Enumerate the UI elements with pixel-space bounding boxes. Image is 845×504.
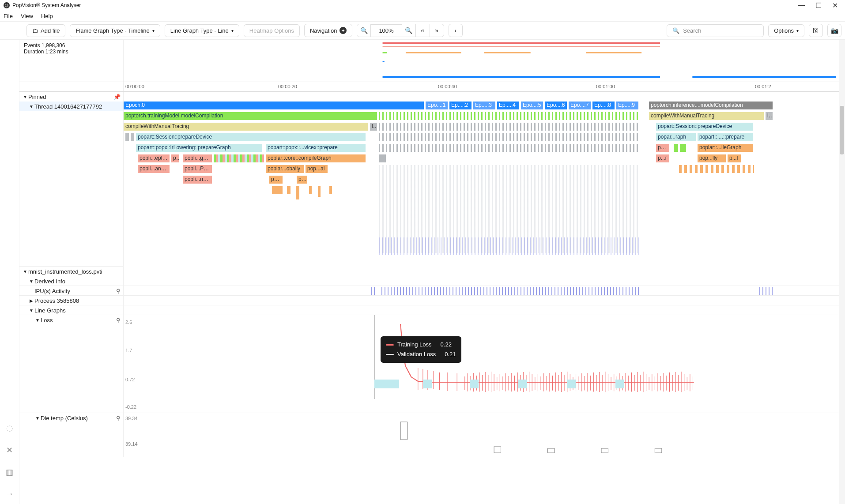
pin-outline-icon[interactable]: ⚲ bbox=[116, 288, 121, 294]
navigation-button[interactable]: Navigation ✦ bbox=[304, 24, 352, 37]
loss-graph[interactable]: 2.6 1.7 0.72 -0.22 bbox=[124, 315, 845, 399]
flame-span-epoch[interactable]: Ep....:2 bbox=[449, 102, 472, 109]
zoom-group: 🔍 100% 🔍 « » bbox=[357, 24, 444, 37]
chevron-down-icon: ▾ bbox=[152, 28, 155, 33]
tree-thread[interactable]: ▼ Thread 140016427177792 bbox=[19, 102, 123, 111]
flame-span[interactable]: p...l bbox=[728, 154, 741, 162]
flame-span[interactable]: l... bbox=[370, 123, 377, 131]
flame-span[interactable]: pop...lly bbox=[698, 154, 726, 162]
menu-view[interactable]: View bbox=[21, 13, 33, 19]
flame-span[interactable]: popli...nner bbox=[183, 176, 212, 184]
flame-span[interactable]: popart::popx::IrLowering::prepareGraph bbox=[136, 144, 262, 152]
options-dropdown[interactable]: Options ▾ bbox=[768, 24, 804, 37]
tree-pinned[interactable]: ▼ Pinned 📌 bbox=[19, 92, 123, 102]
tooltip-train-val: 0.22 bbox=[441, 340, 452, 350]
flame-span[interactable]: p...e bbox=[269, 176, 283, 184]
flame-span[interactable]: popart::....::prepare bbox=[698, 133, 753, 141]
nav-back-icon[interactable]: ‹ bbox=[449, 24, 463, 37]
flame-span-epoch[interactable]: Epo...:6 bbox=[545, 102, 567, 109]
tree-process[interactable]: ▶ Process 3585808 bbox=[19, 296, 123, 305]
ruler-tick: 00:00:20 bbox=[278, 84, 297, 89]
svg-rect-0 bbox=[383, 42, 660, 44]
flame-span[interactable]: p...r bbox=[656, 154, 669, 162]
flame-span[interactable]: popli...ghts bbox=[183, 154, 212, 162]
flame-span[interactable]: poptorch.trainingModel.modelCompilation bbox=[124, 112, 377, 120]
flame-span-epoch[interactable]: Epo...:5 bbox=[521, 102, 543, 109]
events-value: 1,998,306 bbox=[41, 42, 65, 49]
key-icon[interactable]: ⚿ bbox=[809, 24, 823, 37]
nav-prev-double-icon[interactable]: « bbox=[416, 24, 430, 37]
pin-outline-icon[interactable]: ⚲ bbox=[116, 415, 121, 421]
flame-span[interactable]: popli...eplan bbox=[138, 154, 170, 162]
flame-graph[interactable]: Epoch:0 Epo...:1 Ep....:2 Ep....:3 Ep...… bbox=[124, 92, 845, 267]
flame-span[interactable]: pop...al bbox=[306, 165, 328, 173]
vertical-scrollbar[interactable] bbox=[839, 40, 845, 504]
caret-down-icon: ▼ bbox=[28, 279, 34, 284]
flame-span-epoch[interactable]: Epo...:1 bbox=[426, 102, 448, 109]
svg-rect-7 bbox=[383, 76, 660, 78]
flame-span[interactable]: poplar::...ileGraph bbox=[698, 144, 753, 152]
die-temp-graph[interactable]: 39.34 39.14 bbox=[124, 413, 845, 457]
svg-rect-3 bbox=[406, 52, 461, 53]
tree-ipu-activity[interactable]: IPU(s) Activity ⚲ bbox=[19, 286, 123, 296]
flame-span[interactable]: popart::Session::prepareDevice bbox=[136, 133, 366, 141]
flame-span[interactable]: compileWithManualTracing bbox=[124, 123, 368, 131]
flame-span[interactable]: popar...raph bbox=[656, 133, 696, 141]
ipu-activity-track[interactable] bbox=[124, 286, 845, 295]
flame-span[interactable]: popli...anner bbox=[138, 165, 170, 173]
maximize-icon[interactable]: ☐ bbox=[815, 1, 822, 10]
zoom-percent[interactable]: 100% bbox=[371, 24, 401, 37]
close-icon[interactable]: ✕ bbox=[832, 1, 838, 10]
flame-span[interactable]: popli...Plan bbox=[183, 165, 212, 173]
menu-file[interactable]: File bbox=[4, 13, 13, 19]
flame-span-inference[interactable]: poptorch.inference....modelCompilation bbox=[649, 102, 773, 109]
tooltip-train-label: Training Loss bbox=[397, 340, 432, 350]
flame-span[interactable]: compileWithManualTracing bbox=[649, 112, 764, 120]
pin-outline-icon[interactable]: ⚲ bbox=[116, 317, 121, 323]
tree-loss[interactable]: ▼ Loss ⚲ bbox=[19, 315, 123, 325]
tree-die-temp[interactable]: ▼ Die temp (Celsius) ⚲ bbox=[19, 413, 123, 423]
tree-file[interactable]: ▼ mnist_instrumented_loss.pvti bbox=[19, 267, 123, 276]
scrollbar-thumb[interactable] bbox=[840, 106, 844, 154]
app-logo-icon: ◎ bbox=[4, 2, 10, 8]
forward-icon[interactable]: → bbox=[6, 489, 14, 499]
window-title: PopVision® System Analyser bbox=[12, 2, 81, 8]
camera-icon[interactable]: 📷 bbox=[827, 24, 841, 37]
menu-help[interactable]: Help bbox=[41, 13, 53, 19]
svg-rect-2 bbox=[383, 52, 387, 53]
close-panel-icon[interactable]: ✕ bbox=[6, 445, 13, 455]
flame-span[interactable]: popart::Session::prepareDevice bbox=[656, 123, 753, 131]
flame-span[interactable]: p... bbox=[297, 176, 307, 184]
minimize-icon[interactable]: — bbox=[798, 1, 805, 10]
flame-span-epoch[interactable]: Epo...:7 bbox=[569, 102, 591, 109]
flame-span[interactable]: p...n bbox=[656, 144, 669, 152]
flame-span-epoch[interactable]: Ep....:3 bbox=[473, 102, 495, 109]
flame-span-epoch[interactable]: Ep....:4 bbox=[497, 102, 519, 109]
flame-span[interactable]: p... bbox=[171, 154, 179, 162]
zoom-in-search-icon[interactable]: 🔍 bbox=[357, 24, 371, 37]
flame-span[interactable]: l... bbox=[766, 112, 773, 120]
flame-span-epoch[interactable]: Ep....:8 bbox=[592, 102, 615, 109]
pin-icon[interactable]: 📌 bbox=[113, 94, 121, 100]
line-type-dropdown[interactable]: Line Graph Type - Line ▾ bbox=[165, 24, 239, 37]
layout-icon[interactable]: ▥ bbox=[6, 467, 13, 477]
tree-line-graphs[interactable]: ▼ Line Graphs bbox=[19, 305, 123, 315]
tree-derived[interactable]: ▼ Derived Info bbox=[19, 276, 123, 286]
compass-icon: ✦ bbox=[340, 27, 347, 34]
flame-span-epoch[interactable]: Ep....:9 bbox=[616, 102, 638, 109]
nav-next-double-icon[interactable]: » bbox=[430, 24, 444, 37]
flame-stub bbox=[125, 133, 129, 141]
flame-type-dropdown[interactable]: Flame Graph Type - Timeline ▾ bbox=[70, 24, 160, 37]
minimap[interactable] bbox=[124, 40, 845, 82]
flame-span[interactable]: poplar::core::compileGraph bbox=[266, 154, 366, 162]
search-input[interactable]: 🔍 Search bbox=[667, 24, 764, 37]
time-ruler[interactable]: 00:00:00 00:00:20 00:00:40 00:01:00 00:0… bbox=[19, 82, 845, 92]
toolbar: 🗀 Add file Flame Graph Type - Timeline ▾… bbox=[0, 21, 845, 40]
flame-span[interactable]: poplar...obally bbox=[266, 165, 304, 173]
flame-span-epoch0[interactable]: Epoch:0 bbox=[124, 102, 424, 109]
ruler-tick: 00:00:40 bbox=[438, 84, 457, 89]
svg-rect-5 bbox=[586, 52, 641, 53]
add-file-button[interactable]: 🗀 Add file bbox=[26, 24, 65, 37]
flame-span[interactable]: popart::popx::...vicex::prepare bbox=[266, 144, 366, 152]
zoom-out-search-icon[interactable]: 🔍 bbox=[402, 24, 416, 37]
